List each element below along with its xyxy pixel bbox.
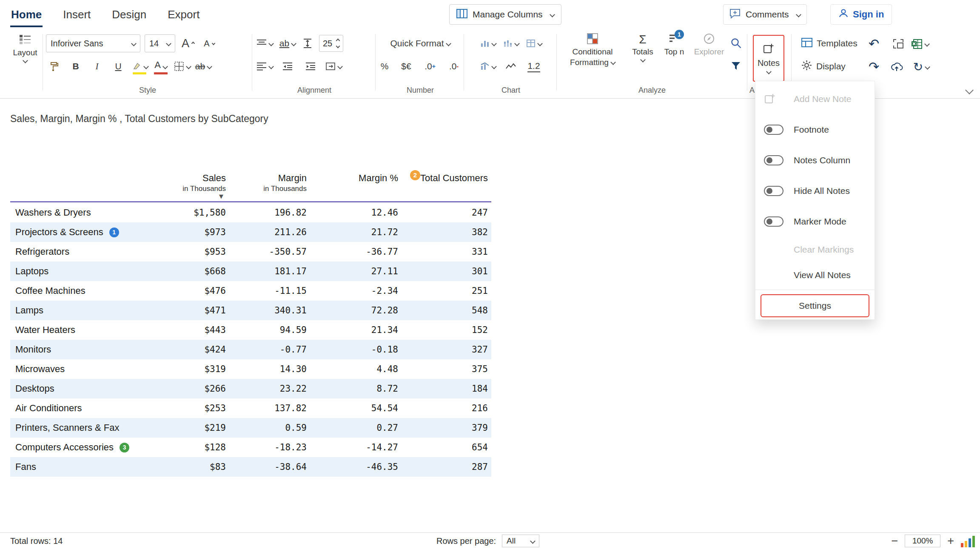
cell-sales[interactable]: $973 [146,227,229,237]
collapse-ribbon-icon[interactable] [965,86,974,94]
notes-menu-item-view-all-notes[interactable]: View All Notes [755,262,875,288]
sparkline-button[interactable] [502,57,519,75]
quick-format-button[interactable]: Quick Format [390,34,450,52]
notes-menu-item-footnote[interactable]: Footnote [755,114,875,145]
cell-sales[interactable]: $128 [146,442,229,452]
table-row[interactable]: Refrigerators$953-350.57-36.77331 [10,242,491,262]
cell-margin_pct[interactable]: -0.18 [310,344,402,355]
table-row[interactable]: Computers Accessories3$128-18.23-14.2765… [10,438,491,457]
toggle-switch-off[interactable] [764,155,783,165]
combo-chart-button[interactable] [479,57,496,75]
cell-sales[interactable]: $424 [146,344,229,355]
column-header-total-customers[interactable]: 2 Total Customers [402,170,491,200]
cell-margin[interactable]: 181.17 [229,266,310,276]
cell-customers[interactable]: 251 [402,286,491,296]
cell-customers[interactable]: 375 [402,364,491,374]
note-count-badge[interactable]: 2 [410,170,420,180]
table-row[interactable]: Microwaves$31914.304.48375 [10,359,491,379]
cell-margin[interactable]: -0.77 [229,344,310,355]
cell-margin_pct[interactable]: 27.11 [310,266,402,276]
cell-sales[interactable]: $266 [146,384,229,394]
vertical-align-button[interactable] [256,34,273,52]
conditional-formatting-button[interactable]: Conditional Formatting [561,33,624,67]
notes-menu-item-marker-mode[interactable]: Marker Mode [755,206,875,237]
currency-format-button[interactable]: $€ [398,57,415,75]
cell-sales[interactable]: $471 [146,305,229,316]
table-row[interactable]: Washers & Dryers$1,580196.8212.46247 [10,203,491,222]
highlight-color-button[interactable] [131,57,148,75]
cell-customers[interactable]: 548 [402,305,491,316]
merge-cells-button[interactable] [325,57,342,75]
font-size-select[interactable]: 14 [145,34,175,52]
cell-margin_pct[interactable]: -36.77 [310,247,402,257]
increase-indent-button[interactable] [302,57,319,75]
decimal-places-button[interactable]: 1.2 [525,57,542,75]
cell-sales[interactable]: $476 [146,286,229,296]
toggle-switch-off[interactable] [764,125,783,135]
column-header-margin[interactable]: Margin in Thousands [229,170,310,200]
cell-margin[interactable]: 211.26 [229,227,310,237]
table-row[interactable]: Projectors & Screens1$973211.2621.72382 [10,222,491,242]
cell-customers[interactable]: 216 [402,403,491,413]
italic-button[interactable]: I [88,57,105,75]
toggle-switch-off[interactable] [764,186,783,196]
display-button[interactable]: Display [801,57,846,76]
undo-button[interactable]: ↶ [869,37,879,50]
sync-button[interactable]: ↻ [913,58,930,76]
zoom-in-button[interactable]: + [947,535,954,547]
cell-customers[interactable]: 301 [402,266,491,276]
table-row[interactable]: Laptops$668181.1727.11301 [10,262,491,281]
toggle-switch-off[interactable] [764,216,783,227]
notes-menu-item-hide-all-notes[interactable]: Hide All Notes [755,176,875,206]
cell-margin[interactable]: 340.31 [229,305,310,316]
cell-sales[interactable]: $953 [146,247,229,257]
font-family-select[interactable]: Inforiver Sans [46,34,140,52]
note-badge[interactable]: 1 [109,228,119,237]
layout-button[interactable]: Layout [10,34,40,63]
cell-margin_pct[interactable]: 4.48 [310,364,402,374]
cell-sales[interactable]: $319 [146,364,229,374]
table-row[interactable]: Lamps$471340.3172.28548 [10,301,491,320]
horizontal-align-button[interactable] [256,57,273,75]
cell-sales[interactable]: $1,580 [146,208,229,218]
cell-sales[interactable]: $668 [146,266,229,276]
cell-margin_pct[interactable]: 54.54 [310,403,402,413]
cell-sales[interactable]: $253 [146,403,229,413]
cell-margin_pct[interactable]: 8.72 [310,384,402,394]
templates-button[interactable]: Templates [801,34,858,53]
cell-margin[interactable]: 23.22 [229,384,310,394]
chart-table-button[interactable] [525,34,542,52]
cell-margin_pct[interactable]: 21.34 [310,325,402,335]
cell-margin_pct[interactable]: 0.27 [310,423,402,433]
cell-customers[interactable]: 382 [402,227,491,237]
cell-customers[interactable]: 152 [402,325,491,335]
top-n-button[interactable]: 1 Top n [659,33,689,57]
redo-button[interactable]: ↷ [869,60,879,73]
format-painter-button[interactable] [46,57,63,75]
cell-margin[interactable]: -350.57 [229,247,310,257]
table-row[interactable]: Coffee Machines$476-11.15-2.34251 [10,281,491,301]
cell-margin[interactable]: -18.23 [229,442,310,452]
selection-area-button[interactable] [890,35,907,53]
totals-button[interactable]: Σ Totals [628,33,658,62]
table-row[interactable]: Desktops$26623.228.72184 [10,379,491,398]
cell-margin[interactable]: 137.82 [229,403,310,413]
strikethrough-button[interactable]: ab [195,57,212,75]
column-header-margin-pct[interactable]: Margin % [310,170,402,200]
bold-button[interactable]: B [67,57,84,75]
cell-margin[interactable]: 14.30 [229,364,310,374]
stacked-chart-button[interactable] [502,34,519,52]
cell-margin_pct[interactable]: 12.46 [310,208,402,218]
table-row[interactable]: Air Conditioners$253137.8254.54216 [10,398,491,418]
cell-margin[interactable]: 0.59 [229,423,310,433]
cell-margin_pct[interactable]: 72.28 [310,305,402,316]
search-button[interactable] [727,34,744,52]
table-row[interactable]: Printers, Scanners & Fax$2190.590.27379 [10,418,491,438]
filter-button[interactable] [727,57,744,75]
column-header-sales[interactable]: Sales in Thousands ▼ [146,170,229,200]
cell-margin_pct[interactable]: 21.72 [310,227,402,237]
export-excel-button[interactable] [911,35,929,53]
wrap-text-button[interactable]: ab [279,34,296,52]
table-row[interactable]: Monitors$424-0.77-0.18327 [10,340,491,359]
table-row[interactable]: Water Heaters$44394.5921.34152 [10,320,491,340]
